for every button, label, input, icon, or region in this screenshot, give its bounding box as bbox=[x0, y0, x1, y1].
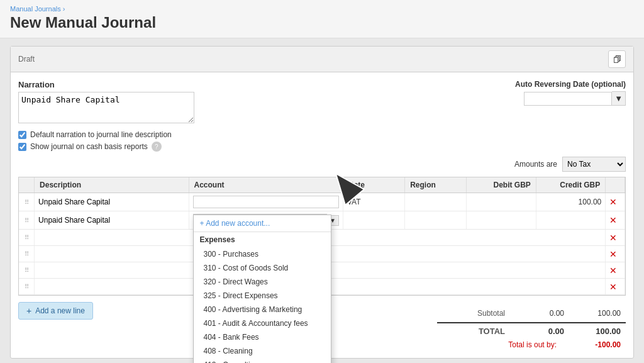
journal-table: Description Account Rate Region Debit GB… bbox=[19, 177, 625, 295]
page-title: New Manual Journal bbox=[10, 14, 634, 31]
show-journal-checkbox[interactable] bbox=[18, 143, 26, 151]
debit-cell-2[interactable] bbox=[467, 211, 536, 230]
amounts-label: Amounts are bbox=[514, 160, 557, 169]
help-icon[interactable]: ? bbox=[152, 142, 162, 152]
dropdown-item-401[interactable]: 401 - Audit & Accountancy fees bbox=[194, 316, 331, 330]
col-credit: Credit GBP bbox=[536, 177, 605, 193]
breadcrumb: Manual Journals › bbox=[10, 5, 634, 13]
dropdown-item-400[interactable]: 400 - Advertising & Marketing bbox=[194, 303, 331, 316]
default-narration-label: Default narration to journal line descri… bbox=[30, 130, 172, 139]
description-input-1[interactable] bbox=[38, 198, 184, 206]
col-description: Description bbox=[35, 177, 189, 193]
show-journal-label: Show journal on cash basis reports bbox=[30, 142, 148, 151]
draft-status: Draft bbox=[18, 55, 35, 64]
add-line-icon: + bbox=[26, 306, 31, 316]
col-debit: Debit GBP bbox=[467, 177, 536, 193]
drag-handle[interactable]: ⠿ bbox=[19, 230, 35, 246]
dropdown-item-408[interactable]: 408 - Cleaning bbox=[194, 344, 331, 358]
total-debit: 0.00 bbox=[513, 325, 569, 338]
dropdown-item-310[interactable]: 310 - Cost of Goods Sold bbox=[194, 261, 331, 275]
drag-handle[interactable]: ⠿ bbox=[19, 262, 35, 279]
delete-row-1[interactable]: ✕ bbox=[609, 197, 617, 207]
region-cell-1 bbox=[405, 193, 467, 211]
delete-row-4[interactable]: ✕ bbox=[609, 249, 617, 259]
subtotal-credit: 100.00 bbox=[569, 307, 626, 320]
total-credit: 100.00 bbox=[569, 325, 626, 338]
col-drag bbox=[19, 177, 35, 193]
subtotal-label: Subtotal bbox=[437, 307, 513, 320]
col-region: Region bbox=[405, 177, 467, 193]
delete-row-5[interactable]: ✕ bbox=[609, 265, 617, 276]
auto-reversing-date-input[interactable] bbox=[524, 92, 612, 106]
add-new-account-item[interactable]: + Add new account... bbox=[194, 215, 331, 232]
dropdown-item-404[interactable]: 404 - Bank Fees bbox=[194, 330, 331, 344]
out-by-value: -100.00 bbox=[564, 340, 621, 349]
narration-input[interactable]: Unpaid Share Capital bbox=[18, 92, 194, 123]
table-row: ⠿ + Add new account... Expenses 300 - bbox=[19, 193, 625, 211]
drag-handle[interactable]: ⠿ bbox=[19, 211, 35, 230]
dropdown-item-412[interactable]: 412 - Consulting bbox=[194, 358, 331, 363]
add-new-line-button[interactable]: + Add a new line bbox=[18, 302, 93, 320]
auto-reversing-dropdown-button[interactable]: ▼ bbox=[612, 91, 626, 106]
copy-button[interactable]: 🗍 bbox=[608, 50, 626, 68]
drag-handle[interactable]: ⠿ bbox=[19, 193, 35, 211]
add-line-label: Add a new line bbox=[35, 306, 85, 315]
credit-cell-2[interactable] bbox=[536, 211, 605, 230]
delete-row-3[interactable]: ✕ bbox=[609, 233, 617, 243]
amounts-select[interactable]: No Tax Tax Exclusive Tax Inclusive bbox=[562, 157, 626, 172]
account-input-1[interactable] bbox=[193, 196, 339, 208]
subtotal-debit: 0.00 bbox=[513, 307, 569, 320]
region-cell-2 bbox=[405, 211, 467, 230]
delete-row-2[interactable]: ✕ bbox=[609, 215, 617, 225]
total-label: TOTAL bbox=[437, 325, 513, 338]
debit-cell-1[interactable] bbox=[467, 193, 536, 211]
default-narration-checkbox[interactable] bbox=[18, 131, 26, 139]
drag-handle[interactable]: ⠿ bbox=[19, 279, 35, 295]
delete-row-6[interactable]: ✕ bbox=[609, 282, 617, 292]
dropdown-item-300[interactable]: 300 - Purchases bbox=[194, 247, 331, 261]
rate-cell-1: VAT bbox=[347, 198, 361, 206]
description-input-2[interactable] bbox=[38, 216, 184, 225]
narration-label: Narration bbox=[18, 80, 194, 89]
out-by-label: Total is out by: bbox=[489, 340, 564, 349]
auto-reversing-label: Auto Reversing Date (optional) bbox=[515, 80, 626, 89]
credit-cell-1: 100.00 bbox=[536, 193, 605, 211]
drag-handle[interactable]: ⠿ bbox=[19, 246, 35, 262]
dropdown-category: Expenses bbox=[194, 232, 331, 247]
col-delete bbox=[606, 177, 625, 193]
dropdown-item-325[interactable]: 325 - Direct Expenses bbox=[194, 289, 331, 303]
col-account: Account bbox=[189, 177, 343, 193]
account-dropdown: + Add new account... Expenses 300 - Purc… bbox=[193, 215, 331, 363]
rate-cell-2[interactable] bbox=[343, 211, 404, 230]
col-rate: Rate bbox=[343, 177, 404, 193]
dropdown-item-320[interactable]: 320 - Direct Wages bbox=[194, 275, 331, 289]
